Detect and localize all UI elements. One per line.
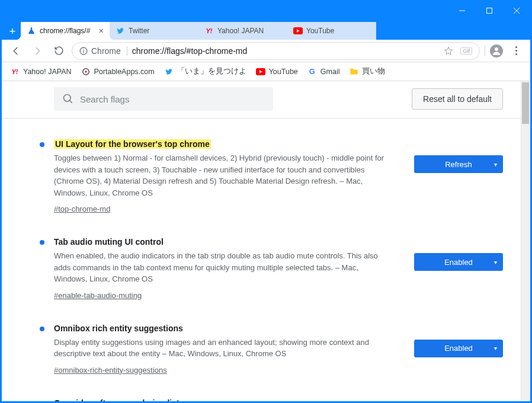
star-icon[interactable] bbox=[444, 46, 453, 56]
chevron-down-icon: ▾ bbox=[494, 345, 497, 351]
bookmark-item[interactable]: 買い物 bbox=[349, 66, 385, 76]
window-minimize-button[interactable] bbox=[448, 2, 476, 20]
search-icon bbox=[62, 93, 74, 105]
bookmark-label: PortableApps.com bbox=[94, 68, 155, 76]
svg-line-16 bbox=[70, 101, 72, 103]
flag-title: Override software rendering list bbox=[54, 398, 180, 402]
info-icon bbox=[79, 47, 88, 55]
chevron-down-icon: ▾ bbox=[494, 161, 497, 168]
browser-tab[interactable]: YouTube bbox=[287, 22, 376, 40]
svg-point-8 bbox=[83, 49, 84, 49]
flag-state-value: Enabled bbox=[444, 258, 473, 267]
tab-label: Twitter bbox=[129, 27, 193, 35]
browser-toolbar: Chrome chrome://flags/#top-chrome-md Gif bbox=[2, 40, 530, 62]
bookmark-label: Yahoo! JAPAN bbox=[23, 68, 72, 76]
svg-point-15 bbox=[64, 95, 71, 102]
tab-favicon: Y! bbox=[204, 26, 214, 36]
bookmark-item[interactable]: GGmail bbox=[307, 67, 340, 76]
tab-close-button[interactable]: × bbox=[99, 26, 104, 36]
scrollbar-thumb[interactable] bbox=[522, 82, 529, 124]
modified-dot-icon bbox=[40, 240, 44, 245]
flag-row: Tab audio muting UI controlWhen enabled,… bbox=[40, 228, 503, 315]
window-close-button[interactable] bbox=[503, 2, 530, 20]
chrome-window: + chrome://flags/#×TwitterY!Yahoo! JAPAN… bbox=[0, 0, 532, 403]
window-titlebar bbox=[2, 2, 530, 20]
flag-title: Omnibox rich entity suggestions bbox=[54, 324, 183, 333]
modified-dot-icon bbox=[40, 401, 44, 402]
flag-description: Display entity suggestions using images … bbox=[54, 337, 386, 360]
flag-anchor-link[interactable]: #enable-tab-audio-muting bbox=[54, 291, 142, 300]
flag-title: Tab audio muting UI control bbox=[54, 237, 164, 247]
flag-state-select[interactable]: Enabled▾ bbox=[414, 340, 503, 357]
flag-row: Override software rendering listOverride… bbox=[40, 389, 503, 402]
flag-anchor-link[interactable]: #omnibox-rich-entity-suggestions bbox=[54, 366, 167, 375]
chevron-down-icon: ▾ bbox=[494, 259, 497, 266]
tab-favicon bbox=[293, 26, 303, 36]
reload-button[interactable] bbox=[50, 43, 67, 59]
tab-favicon bbox=[27, 26, 36, 36]
flag-state-value: Enabled bbox=[444, 344, 473, 353]
svg-marker-9 bbox=[445, 47, 453, 55]
bookmark-label: YouTube bbox=[269, 68, 298, 76]
gif-extension-icon[interactable]: Gif bbox=[460, 47, 472, 55]
search-flags-input[interactable]: Search flags bbox=[54, 87, 273, 111]
svg-point-10 bbox=[495, 47, 498, 51]
svg-rect-1 bbox=[487, 8, 492, 14]
flag-description: When enabled, the audio indicators in th… bbox=[54, 250, 386, 285]
flag-state-select[interactable]: Refresh▾ bbox=[414, 155, 503, 173]
tab-favicon bbox=[116, 26, 125, 36]
bookmark-label: 買い物 bbox=[362, 66, 385, 76]
page-content: Search flags Reset all to default UI Lay… bbox=[2, 81, 530, 401]
modified-dot-icon bbox=[40, 327, 44, 331]
bookmark-favicon: Y! bbox=[10, 67, 20, 76]
flag-state-select[interactable]: Enabled▾ bbox=[414, 253, 503, 271]
browser-tab[interactable]: Y!Yahoo! JAPAN bbox=[198, 22, 287, 40]
tab-label: YouTube bbox=[306, 27, 370, 35]
omnibox-chip-label: Chrome bbox=[91, 46, 121, 56]
omnibox-security-chip: Chrome bbox=[79, 46, 127, 56]
bookmarks-bar: Y!Yahoo! JAPANPortableApps.com「いま」を見つけよY… bbox=[2, 62, 530, 81]
scrollbar[interactable] bbox=[521, 81, 530, 401]
flag-anchor-link[interactable]: #top-chrome-md bbox=[54, 204, 110, 213]
flags-list: UI Layout for the browser's top chromeTo… bbox=[2, 119, 521, 401]
flags-header: Search flags Reset all to default bbox=[2, 81, 521, 119]
toolbar-separator bbox=[485, 46, 485, 56]
bookmark-label: 「いま」を見つけよ bbox=[177, 66, 246, 76]
forward-button[interactable] bbox=[29, 43, 46, 59]
bookmark-item[interactable]: YouTube bbox=[256, 67, 298, 76]
flag-description: Toggles between 1) Normal - for clamshel… bbox=[54, 152, 386, 199]
profile-avatar-button[interactable] bbox=[490, 44, 503, 57]
bookmark-favicon: G bbox=[307, 67, 317, 76]
modified-dot-icon bbox=[40, 142, 44, 147]
omnibox[interactable]: Chrome chrome://flags/#top-chrome-md Gif bbox=[72, 42, 480, 60]
browser-tab[interactable]: chrome://flags/#× bbox=[21, 22, 110, 40]
bookmark-item[interactable]: Y!Yahoo! JAPAN bbox=[10, 67, 72, 76]
browser-tab[interactable]: Twitter bbox=[110, 22, 198, 40]
bookmark-item[interactable]: PortableApps.com bbox=[81, 67, 155, 76]
bookmark-item[interactable]: 「いま」を見つけよ bbox=[164, 66, 246, 76]
bookmark-favicon bbox=[256, 67, 265, 76]
window-maximize-button[interactable] bbox=[476, 2, 503, 20]
reset-all-button[interactable]: Reset all to default bbox=[412, 88, 503, 110]
svg-point-12 bbox=[85, 71, 87, 73]
search-placeholder: Search flags bbox=[80, 94, 129, 104]
flag-state-value: Refresh bbox=[445, 160, 472, 169]
tab-label: chrome://flags/# bbox=[40, 27, 95, 35]
flag-title: UI Layout for the browser's top chrome bbox=[54, 139, 211, 149]
flag-row: Omnibox rich entity suggestionsDisplay e… bbox=[40, 315, 503, 389]
tab-label: Yahoo! JAPAN bbox=[217, 27, 281, 35]
bookmark-favicon bbox=[164, 67, 174, 76]
tab-strip: + chrome://flags/#×TwitterY!Yahoo! JAPAN… bbox=[2, 20, 530, 40]
omnibox-url: chrome://flags/#top-chrome-md bbox=[132, 46, 440, 56]
bookmark-favicon bbox=[349, 67, 358, 76]
flag-row: UI Layout for the browser's top chromeTo… bbox=[40, 130, 503, 228]
back-button[interactable] bbox=[8, 43, 24, 59]
bookmark-label: Gmail bbox=[321, 68, 340, 76]
browser-menu-button[interactable] bbox=[508, 43, 524, 59]
bookmark-favicon bbox=[81, 67, 91, 76]
